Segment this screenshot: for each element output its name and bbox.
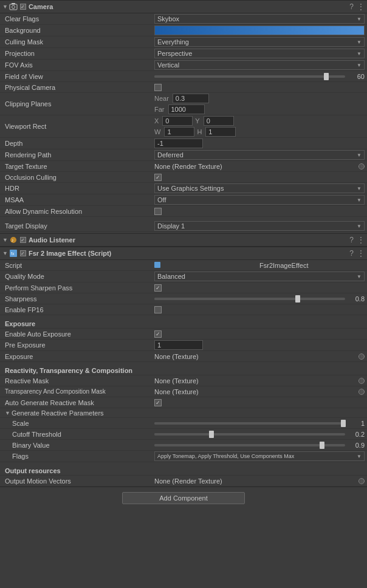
scale-value: 1 <box>154 420 365 427</box>
output-header: Output resources <box>0 466 367 476</box>
projection-dropdown[interactable]: Perspective ▼ <box>154 49 365 58</box>
near-field[interactable] <box>173 94 209 103</box>
exposure-header-text: Exposure <box>5 320 35 327</box>
inspector-panel: ▼ ✓ Camera ? ⋮ Clear Flags Skybox ▼ Back… <box>0 0 367 509</box>
fsr2-help-icon[interactable]: ? <box>349 249 354 258</box>
target-display-dropdown[interactable]: Display 1 ▼ <box>154 221 365 231</box>
transparency-mask-text: None (Texture) <box>154 388 356 395</box>
fsr2-section-header[interactable]: ▼ fx ✓ Fsr 2 Image Effect (Script) ? ⋮ <box>0 247 367 260</box>
physical-camera-checkbox[interactable] <box>154 84 162 91</box>
camera-help-icon[interactable]: ? <box>349 2 354 11</box>
output-motion-vectors-select-icon[interactable]: ◎ <box>358 478 365 484</box>
audio-enable-checkbox[interactable]: ✓ <box>20 237 26 243</box>
fov-slider-container: 60 <box>154 73 365 80</box>
gen-reactive-header[interactable]: ▼ Generate Reactive Parameters <box>0 408 367 418</box>
audio-help-icon[interactable]: ? <box>349 236 354 244</box>
quality-mode-dropdown[interactable]: Balanced ▼ <box>154 272 365 281</box>
target-texture-value: None (Render Texture) ◎ <box>154 163 365 170</box>
gen-reactive-header-text: Generate Reactive Parameters <box>12 409 104 417</box>
physical-camera-value <box>154 84 365 91</box>
rendering-path-dropdown[interactable]: Deferred ▼ <box>154 150 365 160</box>
fov-slider-thumb[interactable] <box>324 73 329 80</box>
flags-value: Apply Tonemap, Apply Threshold, Use Comp… <box>154 451 365 461</box>
depth-field[interactable] <box>154 138 203 148</box>
fsr2-enable-checkbox[interactable]: ✓ <box>20 250 26 256</box>
binary-slider-track[interactable] <box>154 444 345 446</box>
far-field[interactable] <box>168 104 205 114</box>
target-texture-row: Target Texture None (Render Texture) ◎ <box>0 161 367 172</box>
cutoff-threshold-value: 0.2 <box>154 431 365 438</box>
fsr2-expand-arrow[interactable]: ▼ <box>2 250 8 256</box>
exposure-header: Exposure <box>0 319 367 329</box>
target-texture-select-icon[interactable]: ◎ <box>358 163 365 169</box>
occlusion-culling-checkbox[interactable]: ✓ <box>154 174 162 181</box>
msaa-text: Off <box>157 196 166 203</box>
projection-text: Perspective <box>157 50 192 57</box>
vp-h-field[interactable] <box>205 127 236 137</box>
msaa-arrow: ▼ <box>357 197 362 203</box>
transparency-mask-label: Transparency And Composition Mask <box>2 388 154 395</box>
clear-flags-dropdown[interactable]: Skybox ▼ <box>154 14 365 24</box>
cutoff-slider-thumb[interactable] <box>209 431 214 438</box>
gen-reactive-expand-arrow[interactable]: ▼ <box>5 410 10 416</box>
transparency-mask-value: None (Texture) ◎ <box>154 388 365 395</box>
pre-exposure-row: Pre Exposure <box>0 340 367 351</box>
culling-mask-dropdown[interactable]: Everything ▼ <box>154 37 365 47</box>
reactive-mask-select-icon[interactable]: ◎ <box>358 378 365 384</box>
depth-row: Depth <box>0 138 367 149</box>
sharpness-slider-track[interactable] <box>154 298 345 300</box>
exposure-texture-select-icon[interactable]: ◎ <box>358 354 365 360</box>
pre-exposure-field[interactable] <box>154 340 203 350</box>
target-display-label: Target Display <box>2 222 154 230</box>
output-header-text: Output resources <box>5 467 61 474</box>
vp-y-field[interactable] <box>204 116 234 126</box>
camera-section-header[interactable]: ▼ ✓ Camera ? ⋮ <box>0 0 367 13</box>
auto-generate-label: Auto Generate Reactive Mask <box>2 399 154 406</box>
auto-generate-checkbox[interactable]: ✓ <box>154 399 162 406</box>
msaa-dropdown[interactable]: Off ▼ <box>154 195 365 205</box>
fov-value: 60 <box>154 73 365 80</box>
flags-dropdown[interactable]: Apply Tonemap, Apply Threshold, Use Comp… <box>154 451 365 461</box>
rendering-path-text: Deferred <box>157 151 184 159</box>
auto-exposure-checkbox[interactable]: ✓ <box>154 330 162 338</box>
cutoff-slider-track[interactable] <box>154 433 345 436</box>
vp-w-field[interactable] <box>164 127 194 137</box>
transparency-mask-select-icon[interactable]: ◎ <box>358 389 365 395</box>
fov-slider-track[interactable] <box>154 75 345 78</box>
projection-arrow: ▼ <box>357 51 362 56</box>
clear-flags-label: Clear Flags <box>2 15 154 22</box>
scale-slider-track[interactable] <box>154 422 345 425</box>
sharpness-slider-container: 0.8 <box>154 295 365 303</box>
audio-listener-section-header[interactable]: ▼ ♪ ✓ Audio Listener ? ⋮ <box>0 233 367 247</box>
sharpness-slider-fill <box>154 298 298 300</box>
script-icon <box>154 262 259 269</box>
camera-expand-arrow[interactable]: ▼ <box>2 4 8 10</box>
quality-mode-text: Balanced <box>157 273 185 280</box>
fov-axis-dropdown[interactable]: Vertical ▼ <box>154 60 365 70</box>
binary-slider-fill <box>154 444 322 446</box>
binary-slider-thumb[interactable] <box>320 442 324 449</box>
sharpness-label: Sharpness <box>2 295 154 303</box>
scale-slider-thumb[interactable] <box>341 420 346 427</box>
vp-w-label: W <box>154 128 160 135</box>
camera-settings-icon[interactable]: ⋮ <box>357 2 365 11</box>
audio-expand-arrow[interactable]: ▼ <box>2 237 8 243</box>
add-component-button[interactable]: Add Component <box>122 492 245 504</box>
target-texture-label: Target Texture <box>2 163 154 170</box>
output-motion-vectors-label: Output Motion Vectors <box>2 477 154 485</box>
rendering-path-arrow: ▼ <box>357 152 362 158</box>
audio-settings-icon[interactable]: ⋮ <box>357 236 365 244</box>
target-display-value: Display 1 ▼ <box>154 221 365 231</box>
dynamic-res-checkbox[interactable] <box>154 208 162 215</box>
fsr2-settings-icon[interactable]: ⋮ <box>357 249 365 258</box>
vp-x-field[interactable] <box>162 116 193 126</box>
sharpen-pass-checkbox[interactable]: ✓ <box>154 284 162 292</box>
background-color-field[interactable] <box>154 26 365 35</box>
enable-fp16-checkbox[interactable] <box>154 306 162 313</box>
script-text[interactable]: Fsr2ImageEffect <box>259 262 365 269</box>
hdr-dropdown[interactable]: Use Graphics Settings ▼ <box>154 183 365 193</box>
sharpness-slider-thumb[interactable] <box>295 295 300 303</box>
camera-enable-checkbox[interactable]: ✓ <box>20 4 26 10</box>
quality-mode-value: Balanced ▼ <box>154 272 365 281</box>
dynamic-res-row: Allow Dynamic Resolution <box>0 206 367 217</box>
